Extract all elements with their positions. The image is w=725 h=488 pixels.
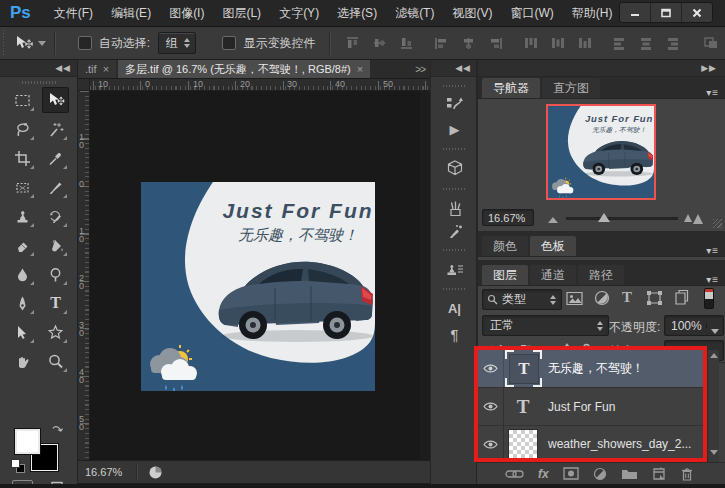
move-tool[interactable] (42, 87, 69, 113)
filter-pixel-layers-icon[interactable] (566, 291, 583, 306)
tab-color[interactable]: 颜色 (482, 236, 528, 256)
group-grip[interactable] (443, 288, 467, 290)
distribute-vertical-centers-icon[interactable] (550, 36, 565, 50)
distribute-bottom-edges-icon[interactable] (577, 36, 592, 50)
visibility-cell[interactable] (477, 388, 504, 425)
group-grip[interactable] (443, 249, 467, 251)
eraser-tool[interactable] (9, 232, 36, 258)
paint-bucket-tool[interactable] (42, 232, 69, 258)
distribute-horizontal-centers-icon[interactable] (639, 36, 654, 50)
layer-row[interactable]: weather_showers_day_2... (477, 426, 707, 463)
layer-thumbnail-cell[interactable]: T (504, 388, 542, 425)
dodge-tool[interactable] (42, 261, 69, 287)
close-tab-icon[interactable]: × (103, 63, 109, 75)
group-grip[interactable] (443, 188, 467, 190)
brush-panel-button[interactable] (439, 196, 470, 220)
path-selection-tool[interactable] (9, 319, 36, 345)
panel-menu-icon[interactable]: ▾≡ (706, 245, 725, 256)
opacity-dropdown-arrow-icon[interactable] (711, 329, 719, 334)
scroll-down-icon[interactable] (710, 450, 718, 455)
tab-histogram[interactable]: 直方图 (542, 78, 600, 98)
group-grip[interactable] (443, 148, 467, 150)
layer-row[interactable]: T Just For Fun (477, 388, 707, 426)
scroll-up-icon[interactable] (710, 353, 718, 358)
blend-mode-dropdown[interactable]: 正常 (482, 315, 609, 336)
strip-header[interactable]: ◀◀ (431, 60, 476, 77)
3d-panel-button[interactable] (439, 156, 470, 180)
tab-navigator[interactable]: 导航器 (482, 78, 540, 98)
add-layer-mask-icon[interactable] (563, 467, 579, 480)
dock-header[interactable]: ▶▶ (478, 60, 725, 77)
menu-layer[interactable]: 图层(L) (213, 0, 270, 26)
panel-menu-icon[interactable]: ▾≡ (706, 274, 725, 285)
navigator-zoom-field[interactable]: 16.67% (482, 209, 534, 226)
paragraph-panel-button[interactable]: ¶ (439, 322, 470, 346)
layers-scrollbar[interactable] (707, 350, 719, 462)
swap-colors-icon[interactable] (50, 423, 66, 437)
new-group-icon[interactable] (621, 467, 638, 480)
new-layer-icon[interactable] (652, 467, 666, 480)
hand-tool[interactable] (9, 348, 36, 374)
brush-tool[interactable] (42, 174, 69, 200)
tab-paths[interactable]: 路径 (578, 265, 624, 285)
status-zoom-value[interactable]: 16.67% (85, 466, 122, 478)
tab-layers[interactable]: 图层 (482, 265, 528, 285)
actions-panel-button[interactable]: ▶ (439, 117, 470, 141)
layer-style-button[interactable]: fx (538, 467, 549, 481)
auto-align-layers-icon[interactable] (703, 36, 719, 50)
healing-brush-tool[interactable] (9, 174, 36, 200)
show-transform-checkbox[interactable] (222, 36, 236, 50)
menu-edit[interactable]: 编辑(E) (102, 0, 160, 26)
brush-presets-panel-button[interactable] (439, 220, 470, 244)
status-info-icon[interactable] (148, 465, 163, 480)
crop-tool[interactable] (9, 145, 36, 171)
filter-smart-objects-icon[interactable] (674, 289, 689, 306)
visibility-cell[interactable] (477, 350, 504, 387)
toolbox-header[interactable]: ◀◀ (0, 60, 77, 77)
type-tool[interactable]: T (42, 290, 69, 316)
auto-select-checkbox[interactable] (78, 36, 92, 50)
navigator-zoom-slider-track[interactable] (566, 217, 678, 220)
history-brush-tool[interactable] (42, 203, 69, 229)
opacity-field[interactable]: 100% (664, 315, 724, 336)
zoom-out-icon[interactable] (548, 217, 558, 223)
filter-type-layers-icon[interactable]: T (622, 289, 632, 306)
clone-stamp-tool[interactable] (9, 203, 36, 229)
custom-shape-tool[interactable] (42, 319, 69, 345)
menu-help[interactable]: 帮助(H) (563, 0, 622, 26)
history-panel-button[interactable] (439, 92, 470, 116)
menu-window[interactable]: 窗口(W) (501, 0, 562, 26)
clone-source-panel-button[interactable] (439, 257, 470, 281)
layer-thumbnail-cell[interactable]: T (504, 350, 542, 387)
tab-swatches[interactable]: 色板 (530, 236, 576, 256)
new-adjustment-layer-icon[interactable] (593, 467, 607, 481)
default-colors-icon[interactable] (11, 459, 20, 468)
zoom-tool[interactable] (42, 348, 69, 374)
tool-preset-picker[interactable] (14, 35, 46, 51)
navigator-zoom-slider-thumb[interactable] (598, 213, 610, 222)
rectangular-marquee-tool[interactable] (9, 87, 36, 113)
document-tab-active[interactable]: 多层.tif @ 16.7% (无乐趣，不驾驶！, RGB/8#) × (118, 60, 370, 78)
align-bottom-edges-icon[interactable] (399, 36, 414, 50)
distribute-top-edges-icon[interactable] (523, 36, 538, 50)
pen-tool[interactable] (9, 290, 36, 316)
link-layers-icon[interactable] (505, 469, 524, 479)
magic-wand-tool[interactable] (42, 116, 69, 142)
menu-image[interactable]: 图像(I) (160, 0, 213, 26)
lasso-tool[interactable] (9, 116, 36, 142)
close-button[interactable] (682, 3, 712, 22)
align-left-edges-icon[interactable] (434, 36, 449, 50)
menu-file[interactable]: 文件(F) (45, 0, 102, 26)
document-tab-inactive[interactable]: .tif × (78, 60, 116, 78)
foreground-color-swatch[interactable] (14, 428, 41, 455)
auto-select-dropdown[interactable]: 组 (158, 32, 196, 54)
character-panel-button[interactable]: A| (439, 296, 470, 320)
layer-filter-type-dropdown[interactable]: 类型 (482, 289, 562, 310)
layer-filter-toggle[interactable] (704, 288, 714, 309)
align-right-edges-icon[interactable] (488, 36, 503, 50)
menu-view[interactable]: 视图(V) (443, 0, 501, 26)
visibility-cell[interactable] (477, 426, 504, 462)
layer-row-selected[interactable]: T 无乐趣，不驾驶！ (477, 350, 707, 388)
ruler-origin-corner[interactable] (78, 79, 90, 91)
layer-thumbnail-cell[interactable] (504, 426, 542, 462)
